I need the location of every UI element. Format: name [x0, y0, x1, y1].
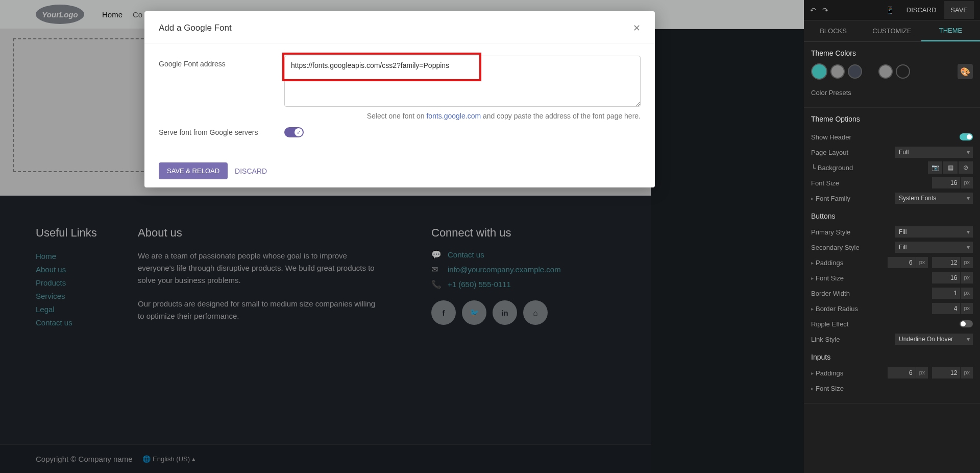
- modal-title: Add a Google Font: [159, 23, 232, 33]
- modal-discard-button[interactable]: DISCARD: [235, 167, 267, 175]
- section-title: Theme Options: [811, 115, 973, 123]
- link-style-select[interactable]: Underline On Hover: [895, 334, 973, 345]
- border-width-input[interactable]: [932, 288, 960, 299]
- inputs-section: Inputs: [811, 353, 973, 361]
- tab-customize[interactable]: CUSTOMIZE: [863, 20, 921, 41]
- padding-x-input[interactable]: [932, 257, 960, 268]
- btn-font-size-label: Font Size: [816, 274, 932, 282]
- input-pad-x[interactable]: [932, 367, 960, 379]
- fonts-google-link[interactable]: fonts.google.com: [426, 112, 481, 120]
- page-layout-select[interactable]: Full: [895, 147, 973, 158]
- tab-blocks[interactable]: BLOCKS: [804, 20, 863, 41]
- font-size-input[interactable]: [932, 177, 960, 188]
- input-paddings-label: Paddings: [816, 369, 888, 377]
- background-label: Background: [818, 164, 853, 172]
- ripple-toggle[interactable]: [960, 320, 973, 327]
- page-layout-label: Page Layout: [811, 149, 895, 156]
- input-font-size-label: Font Size: [816, 385, 973, 392]
- color-swatch[interactable]: [848, 64, 862, 79]
- color-swatch[interactable]: [830, 64, 845, 79]
- font-family-label: Font Family: [816, 195, 895, 202]
- link-style-label: Link Style: [811, 336, 895, 343]
- redo-icon[interactable]: ↷: [822, 6, 828, 14]
- ripple-label: Ripple Effect: [811, 320, 960, 328]
- font-size-label: Font Size: [811, 179, 932, 187]
- show-header-label: Show Header: [811, 133, 960, 141]
- mobile-preview-icon[interactable]: 📱: [886, 6, 894, 14]
- buttons-section: Buttons: [811, 212, 973, 220]
- font-family-select[interactable]: System Fonts: [895, 193, 973, 204]
- secondary-style-label: Secondary Style: [811, 244, 895, 251]
- palette-icon[interactable]: 🎨: [958, 64, 973, 79]
- secondary-style-select[interactable]: Fill: [895, 242, 973, 253]
- color-swatch[interactable]: [878, 64, 893, 79]
- bg-grid-icon[interactable]: ▦: [943, 161, 958, 174]
- btn-font-size-input[interactable]: [932, 272, 960, 283]
- border-radius-input[interactable]: [932, 303, 960, 314]
- bg-none-icon[interactable]: ⊘: [959, 161, 973, 174]
- font-address-label: Google Font address: [159, 56, 284, 120]
- section-title: Theme Colors: [811, 49, 973, 57]
- bg-image-icon[interactable]: 📷: [928, 161, 942, 174]
- save-button[interactable]: SAVE: [944, 1, 974, 19]
- color-swatch[interactable]: [811, 63, 827, 80]
- close-icon[interactable]: ✕: [633, 22, 641, 34]
- color-presets-label: Color Presets: [811, 89, 973, 97]
- undo-icon[interactable]: ↶: [810, 6, 816, 14]
- border-radius-label: Border Radius: [816, 305, 932, 313]
- input-pad-y[interactable]: [888, 367, 916, 379]
- padding-y-input[interactable]: [888, 257, 916, 268]
- help-text: Select one font on fonts.google.com and …: [284, 112, 641, 120]
- serve-font-label: Serve font from Google servers: [159, 128, 284, 136]
- show-header-toggle[interactable]: [960, 133, 973, 140]
- border-width-label: Border Width: [811, 290, 932, 297]
- tab-theme[interactable]: THEME: [921, 20, 980, 41]
- discard-button[interactable]: DISCARD: [900, 1, 943, 19]
- editor-sidebar: ↶ ↷ 📱 DISCARD SAVE BLOCKS CUSTOMIZE THEM…: [804, 0, 980, 473]
- color-swatch[interactable]: [896, 64, 910, 79]
- add-google-font-modal: Add a Google Font ✕ Google Font address …: [144, 11, 655, 187]
- primary-style-label: Primary Style: [811, 228, 895, 236]
- save-reload-button[interactable]: SAVE & RELOAD: [159, 162, 228, 179]
- font-address-input[interactable]: https://fonts.googleapis.com/css2?family…: [284, 56, 641, 107]
- primary-style-select[interactable]: Fill: [895, 226, 973, 238]
- serve-font-toggle[interactable]: [284, 127, 304, 137]
- paddings-label: Paddings: [816, 259, 888, 267]
